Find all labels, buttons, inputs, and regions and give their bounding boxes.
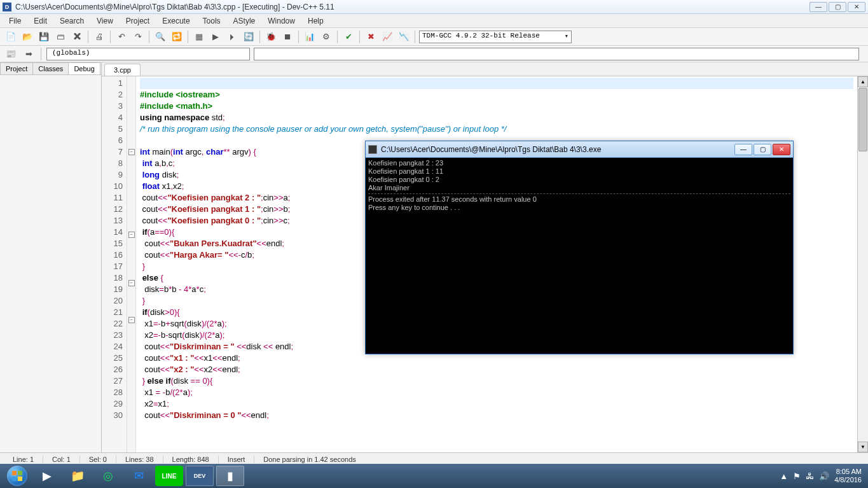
menu-window[interactable]: Window — [261, 15, 301, 27]
undo-button[interactable]: ↶ — [114, 30, 128, 44]
run-button[interactable]: ▶ — [209, 30, 223, 44]
tray-network-icon[interactable]: 🖧 — [806, 471, 814, 481]
status-line: Line: 1 — [4, 456, 43, 463]
status-sel: Sel: 0 — [80, 456, 116, 463]
menu-execute[interactable]: Execute — [156, 15, 196, 27]
scroll-up-arrow[interactable]: ▲ — [858, 76, 868, 87]
toolbar-main: 📄 📂 💾 🗃 🗙 🖨 ↶ ↷ 🔍 🔁 ▦ ▶ ⏵ 🔄 🐞 ⏹ 📊 ⚙ ✔ ✖ … — [0, 28, 868, 46]
menu-edit[interactable]: Edit — [27, 15, 53, 27]
chart2-button[interactable]: 📉 — [397, 30, 411, 44]
chart-button[interactable]: 📈 — [380, 30, 394, 44]
scroll-thumb[interactable] — [858, 88, 867, 151]
replace-button[interactable]: 🔁 — [170, 30, 184, 44]
compile-button[interactable]: ▦ — [192, 30, 206, 44]
rebuild-button[interactable]: 🔄 — [242, 30, 256, 44]
print-button[interactable]: 🖨 — [92, 30, 106, 44]
compile-run-button[interactable]: ⏵ — [225, 30, 239, 44]
open-button[interactable]: 📂 — [20, 30, 34, 44]
find-button[interactable]: 🔍 — [153, 30, 167, 44]
menu-astyle[interactable]: AStyle — [227, 15, 262, 27]
menu-help[interactable]: Help — [301, 15, 330, 27]
task-explorer[interactable]: 📁 — [64, 466, 92, 486]
console-title-text: C:\Users\Acer\Documents\@Mine\Alpro\Tgs … — [381, 145, 734, 154]
tray-action-center-icon[interactable]: ⚑ — [793, 471, 801, 481]
tray-clock[interactable]: 8:05 AM 4/8/2016 — [834, 468, 862, 484]
save-button[interactable]: 💾 — [37, 30, 51, 44]
scope-select[interactable]: (globals) — [46, 48, 250, 60]
menu-tools[interactable]: Tools — [196, 15, 227, 27]
tray-time: 8:05 AM — [834, 468, 862, 476]
debug-button[interactable]: 🐞 — [264, 30, 278, 44]
close-file-button[interactable]: 🗙 — [70, 30, 84, 44]
left-tab-classes[interactable]: Classes — [32, 62, 69, 74]
stop-button[interactable]: ⏹ — [280, 30, 294, 44]
app-icon: D — [3, 3, 11, 11]
taskbar[interactable]: ▶ 📁 ◎ ✉ LINE DEV ▮ ▲ ⚑ 🖧 🔊 8:05 AM 4/8/2… — [0, 464, 868, 488]
console-minimize-button[interactable]: — — [734, 144, 752, 155]
separator — [41, 48, 41, 60]
windows-orb-icon — [7, 466, 27, 486]
separator — [149, 31, 149, 43]
menu-search[interactable]: Search — [53, 15, 90, 27]
task-console[interactable]: ▮ — [216, 466, 244, 486]
check-button[interactable]: ✔ — [341, 30, 355, 44]
window-title: C:\Users\Acer\Documents\@Mine\Alpro\Tgs … — [15, 3, 809, 11]
tray-flag-icon[interactable]: ▲ — [780, 471, 788, 481]
status-bar: Line: 1 Col: 1 Sel: 0 Lines: 38 Length: … — [0, 452, 868, 465]
task-messenger[interactable]: ✉ — [125, 466, 153, 486]
goto-button[interactable]: ➡ — [22, 47, 36, 61]
close-button[interactable]: ✕ — [848, 2, 865, 12]
system-tray[interactable]: ▲ ⚑ 🖧 🔊 8:05 AM 4/8/2016 — [780, 468, 865, 484]
status-col: Col: 1 — [43, 456, 80, 463]
separator — [110, 31, 111, 43]
window-controls: — ▢ ✕ — [809, 2, 865, 12]
member-select[interactable] — [254, 48, 859, 60]
console-window[interactable]: C:\Users\Acer\Documents\@Mine\Alpro\Tgs … — [365, 141, 794, 354]
delete-button[interactable]: ✖ — [364, 30, 378, 44]
left-tab-project[interactable]: Project — [0, 62, 33, 74]
save-all-button[interactable]: 🗃 — [53, 30, 67, 44]
fold-column[interactable]: −−−− — [127, 76, 136, 452]
tray-volume-icon[interactable]: 🔊 — [819, 471, 829, 481]
new-file-button[interactable]: 📄 — [4, 30, 18, 44]
console-window-controls: — ▢ ✕ — [734, 144, 790, 155]
status-msg: Done parsing in 1.42 seconds — [254, 456, 365, 463]
vertical-scrollbar[interactable]: ▲ ▼ — [857, 76, 868, 452]
fold-toggle[interactable]: − — [128, 317, 135, 323]
fold-toggle[interactable]: − — [128, 280, 135, 286]
console-close-button[interactable]: ✕ — [773, 144, 790, 155]
menu-file[interactable]: File — [3, 15, 27, 27]
title-bar: D C:\Users\Acer\Documents\@Mine\Alpro\Tg… — [0, 0, 868, 14]
separator — [359, 31, 360, 43]
menu-view[interactable]: View — [90, 15, 120, 27]
fold-toggle[interactable]: − — [128, 149, 135, 155]
left-panel: ProjectClassesDebug — [0, 62, 102, 452]
profile-button[interactable]: 📊 — [303, 30, 317, 44]
separator — [88, 31, 88, 43]
task-spotify[interactable]: ◎ — [94, 466, 122, 486]
compiler-select[interactable]: TDM-GCC 4.9.2 32-bit Release — [419, 31, 572, 43]
file-tab[interactable]: 3.cpp — [104, 64, 141, 76]
file-tabs: 3.cpp — [102, 62, 868, 76]
console-output[interactable]: Koefisien pangkat 2 : 23Koefisien pangka… — [366, 158, 793, 213]
console-maximize-button[interactable]: ▢ — [754, 144, 771, 155]
start-button[interactable] — [3, 465, 32, 487]
menu-project[interactable]: Project — [120, 15, 156, 27]
maximize-button[interactable]: ▢ — [829, 2, 846, 12]
redo-button[interactable]: ↷ — [131, 30, 145, 44]
task-media-player[interactable]: ▶ — [33, 466, 61, 486]
options-button[interactable]: ⚙ — [319, 30, 333, 44]
separator — [337, 31, 338, 43]
console-titlebar[interactable]: C:\Users\Acer\Documents\@Mine\Alpro\Tgs … — [366, 141, 793, 158]
task-devcpp[interactable]: DEV — [186, 466, 214, 486]
fold-toggle[interactable]: − — [128, 232, 135, 238]
console-icon — [368, 145, 377, 154]
task-line[interactable]: LINE — [155, 466, 183, 486]
scroll-down-arrow[interactable]: ▼ — [858, 442, 868, 452]
new-project-button[interactable]: 📰 — [4, 47, 18, 61]
line-gutter: 1234567891011121314151617181920212223242… — [102, 76, 127, 452]
minimize-button[interactable]: — — [809, 2, 827, 12]
separator — [415, 31, 415, 43]
separator — [259, 31, 260, 43]
left-tab-debug[interactable]: Debug — [68, 62, 100, 74]
